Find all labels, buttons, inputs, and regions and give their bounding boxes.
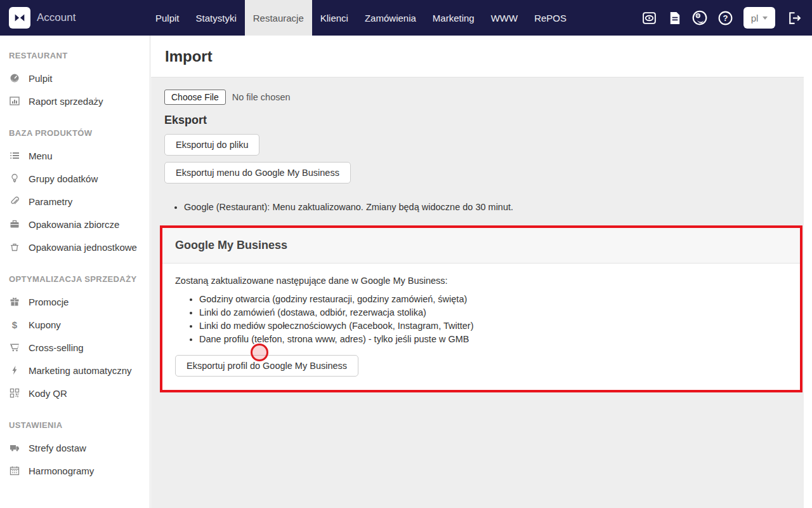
- sidebar-section-title: BAZA PRODUKTÓW: [9, 123, 150, 144]
- chevron-down-icon: [763, 17, 768, 20]
- truck-icon: [9, 443, 20, 453]
- sidebar-item-label: Kupony: [29, 319, 61, 330]
- nav-item-repos[interactable]: RePOS: [526, 0, 575, 36]
- sidebar-section-baza-produktow: BAZA PRODUKTÓW Menu Grupy dodatków: [9, 123, 150, 258]
- lightbulb-icon: [9, 173, 20, 184]
- nav-item-www[interactable]: WWW: [483, 0, 526, 36]
- sidebar-item-label: Marketing automatyczny: [29, 365, 132, 376]
- sidebar-item-label: Pulpit: [29, 73, 53, 84]
- gmb-list-item: Linki do mediów społecznościowych (Faceb…: [199, 321, 787, 331]
- sidebar-item-label: Opakowania zbiorcze: [29, 219, 119, 230]
- sidebar-item-label: Harmonogramy: [29, 465, 94, 476]
- nav-item-pulpit[interactable]: Pulpit: [147, 0, 188, 36]
- sidebar-item-label: Promocje: [29, 297, 69, 307]
- main-area: Import Choose File No file chosen Ekspor…: [151, 36, 804, 508]
- language-value: pl: [751, 13, 759, 23]
- bar-chart-icon: [9, 96, 20, 106]
- sidebar-item-label: Raport sprzedaży: [29, 96, 103, 107]
- sidebar-item-grupy-dodatkow[interactable]: Grupy dodatków: [9, 167, 150, 190]
- page-content: Choose File No file chosen Eksport Ekspo…: [151, 77, 804, 405]
- sidebar-section-title: USTAWIENIA: [9, 415, 150, 436]
- logout-icon[interactable]: [784, 8, 803, 27]
- gift-icon: [9, 297, 20, 307]
- export-heading: Eksport: [164, 114, 802, 127]
- top-nav: Account Pulpit Statystyki Restauracje Kl…: [0, 0, 812, 36]
- calendar-icon: [9, 465, 20, 476]
- sidebar-item-promocje[interactable]: Promocje: [9, 290, 150, 313]
- brand[interactable]: Account: [0, 0, 147, 36]
- sidebar-item-label: Grupy dodatków: [29, 173, 98, 184]
- sidebar-item-pulpit[interactable]: Pulpit: [9, 67, 150, 90]
- sidebar-section-ustawienia: USTAWIENIA Strefy dostaw: [9, 415, 150, 482]
- nav-item-restauracje[interactable]: Restauracje: [245, 0, 312, 36]
- menu-list-icon: [9, 150, 20, 161]
- sidebar-item-strefy-dostaw[interactable]: Strefy dostaw: [9, 436, 150, 459]
- sidebar-item-label: Cross-selling: [29, 342, 84, 353]
- nav-item-statystyki[interactable]: Statystyki: [188, 0, 245, 36]
- document-icon[interactable]: [665, 8, 684, 27]
- sidebar-item-kody-qr[interactable]: Kody QR: [9, 382, 150, 404]
- app-logo-icon: [9, 7, 30, 29]
- briefcase-icon: [9, 219, 20, 229]
- nav-item-marketing[interactable]: Marketing: [424, 0, 483, 36]
- file-status-text: No file chosen: [232, 92, 291, 102]
- sidebar-section-title: RESTAURANT: [9, 46, 150, 67]
- export-profile-to-gmb-button[interactable]: Eksportuj profil do Google My Business: [175, 355, 358, 377]
- help-icon[interactable]: ?: [716, 8, 735, 27]
- bin-icon: [9, 242, 20, 252]
- feedback-face-icon[interactable]: [690, 8, 709, 27]
- page-header: Import: [151, 36, 804, 77]
- sidebar-item-opakowania-zbiorcze[interactable]: Opakowania zbiorcze: [9, 213, 150, 236]
- google-my-business-panel: Google My Business Zostaną zaktualizowan…: [160, 225, 802, 392]
- svg-text:?: ?: [723, 13, 728, 23]
- dollar-icon: $: [9, 319, 20, 330]
- sidebar-section-title: OPTYMALIZACJA SPRZEDAŻY: [9, 269, 150, 290]
- sidebar-section-restaurant: RESTAURANT Pulpit Raport sprzeda: [9, 46, 150, 112]
- gmb-panel-title: Google My Business: [175, 239, 787, 252]
- main-nav-items: Pulpit Statystyki Restauracje Klienci Za…: [147, 0, 575, 36]
- import-file-input: Choose File No file chosen: [164, 90, 802, 105]
- sidebar-item-opakowania-jednostkowe[interactable]: Opakowania jednostkowe: [9, 236, 150, 258]
- gmb-list-item: Dane profilu (telefon, strona www, adres…: [199, 334, 787, 344]
- gmb-list-item: Godziny otwarcia (godziny restauracji, g…: [199, 294, 787, 304]
- sidebar-item-label: Parametry: [29, 196, 72, 207]
- sidebar-item-kupony[interactable]: $ Kupony: [9, 313, 150, 336]
- language-select[interactable]: pl: [743, 7, 775, 29]
- sidebar-item-label: Kody QR: [29, 388, 67, 399]
- export-status-list: Google (Restaurant): Menu zaktualizowano…: [184, 202, 802, 212]
- sidebar-item-label: Menu: [29, 150, 53, 161]
- sidebar-item-label: Opakowania jednostkowe: [29, 242, 137, 253]
- gmb-list-item: Linki do zamówień (dostawa, odbiór, reze…: [199, 307, 787, 318]
- sidebar-item-harmonogramy[interactable]: Harmonogramy: [9, 459, 150, 482]
- sidebar-item-menu[interactable]: Menu: [9, 144, 150, 167]
- cart-icon: [9, 342, 20, 352]
- export-status-note: Google (Restaurant): Menu zaktualizowano…: [184, 202, 802, 212]
- gmb-intro-text: Zostaną zaktualizowane następujące dane …: [175, 276, 787, 286]
- gmb-panel-header: Google My Business: [162, 228, 800, 264]
- page-title: Import: [165, 48, 213, 65]
- gmb-panel-body: Zostaną zaktualizowane następujące dane …: [162, 264, 800, 390]
- lightning-icon: [9, 365, 20, 375]
- sidebar-section-optymalizacja: OPTYMALIZACJA SPRZEDAŻY Promocje $ Kupon…: [9, 269, 150, 404]
- qr-code-icon: [9, 388, 20, 398]
- sidebar-item-parametry[interactable]: Parametry: [9, 190, 150, 213]
- nav-item-zamowienia[interactable]: Zamówienia: [357, 0, 424, 36]
- sidebar-item-cross-selling[interactable]: Cross-selling: [9, 336, 150, 359]
- dashboard-icon: [9, 73, 20, 83]
- sidebar-item-raport-sprzedazy[interactable]: Raport sprzedaży: [9, 90, 150, 112]
- brand-name: Account: [37, 11, 75, 24]
- export-to-file-button[interactable]: Eksportuj do pliku: [164, 134, 259, 156]
- sidebar-item-marketing-automatyczny[interactable]: Marketing automatyczny: [9, 359, 150, 382]
- nav-right-tools: ? pl: [639, 0, 812, 36]
- sidebar: RESTAURANT Pulpit Raport sprzeda: [0, 36, 150, 508]
- export-menu-to-gmb-button[interactable]: Eksportuj menu do Google My Business: [164, 162, 351, 184]
- sidebar-item-label: Strefy dostaw: [29, 443, 86, 453]
- nav-item-klienci[interactable]: Klienci: [312, 0, 357, 36]
- gmb-update-list: Godziny otwarcia (godziny restauracji, g…: [199, 294, 787, 344]
- preview-eye-icon[interactable]: [639, 8, 658, 27]
- paperclip-icon: [9, 196, 20, 206]
- choose-file-button[interactable]: Choose File: [164, 90, 226, 105]
